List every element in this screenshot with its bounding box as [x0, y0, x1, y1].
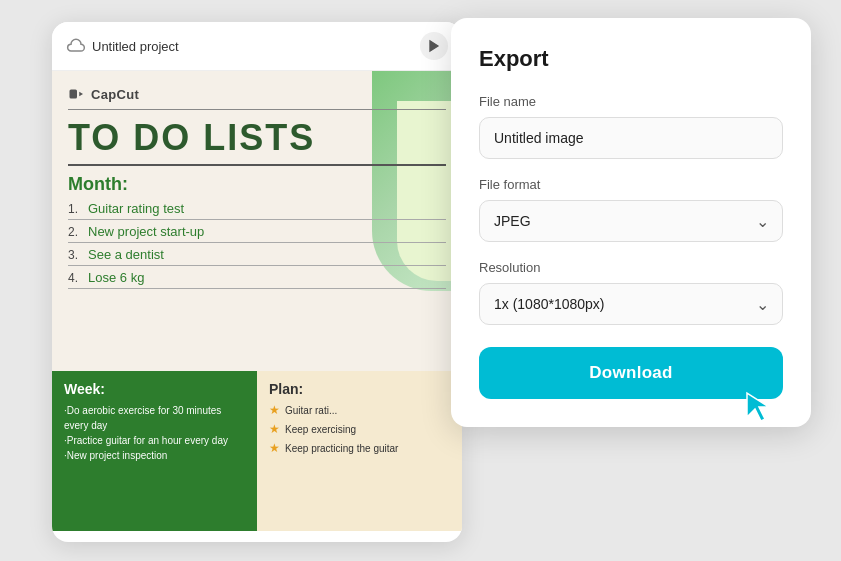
plan-panel-title: Plan: — [269, 381, 450, 397]
todo-num: 1. — [68, 202, 84, 216]
todo-title: TO DO LISTS — [68, 118, 446, 166]
plan-panel: Plan: ★ Guitar rati... ★ Keep exercising… — [257, 371, 462, 531]
week-panel: Week: ·Do aerobic exercise for 30 minute… — [52, 371, 257, 531]
file-name-label: File name — [479, 94, 783, 109]
week-item-1: ·Do aerobic exercise for 30 minutes ever… — [64, 403, 245, 433]
svg-marker-2 — [747, 393, 769, 421]
divider — [68, 109, 446, 110]
plan-item-text: Keep practicing the guitar — [285, 443, 398, 454]
file-format-wrapper: JPEG PNG WebP ⌄ — [479, 200, 783, 242]
cursor-arrow — [743, 389, 779, 429]
download-button[interactable]: Download — [479, 347, 783, 399]
capcut-logo-text: CapCut — [91, 87, 139, 102]
plan-item: ★ Keep exercising — [269, 422, 450, 436]
export-panel: Export File name File format JPEG PNG We… — [451, 18, 811, 427]
resolution-section: Resolution 1x (1080*1080px) 2x (2160*216… — [479, 260, 783, 325]
star-icon: ★ — [269, 403, 280, 417]
editor-card: Untitled project CapCut TO DO LISTS Mont… — [52, 22, 462, 542]
editor-top-bar: Untitled project — [52, 22, 462, 71]
list-item: 3. See a dentist — [68, 247, 446, 266]
bottom-panels: Week: ·Do aerobic exercise for 30 minute… — [52, 371, 462, 531]
star-icon: ★ — [269, 441, 280, 455]
week-item-3: ·New project inspection — [64, 448, 245, 463]
play-button[interactable] — [420, 32, 448, 60]
cloud-icon — [66, 36, 86, 56]
todo-item-text: New project start-up — [88, 224, 204, 239]
project-title: Untitled project — [92, 39, 179, 54]
todo-num: 2. — [68, 225, 84, 239]
export-title: Export — [479, 46, 783, 72]
file-format-label: File format — [479, 177, 783, 192]
resolution-select[interactable]: 1x (1080*1080px) 2x (2160*2160px) 0.5x (… — [479, 283, 783, 325]
resolution-wrapper: 1x (1080*1080px) 2x (2160*2160px) 0.5x (… — [479, 283, 783, 325]
list-item: 2. New project start-up — [68, 224, 446, 243]
plan-item-text: Guitar rati... — [285, 405, 337, 416]
canvas-area: CapCut TO DO LISTS Month: 1. Guitar rati… — [52, 71, 462, 531]
resolution-label: Resolution — [479, 260, 783, 275]
star-icon: ★ — [269, 422, 280, 436]
svg-rect-1 — [70, 90, 78, 99]
todo-item-text: Guitar rating test — [88, 201, 184, 216]
svg-marker-0 — [430, 41, 438, 52]
plan-item: ★ Keep practicing the guitar — [269, 441, 450, 455]
todo-num: 4. — [68, 271, 84, 285]
file-name-input[interactable] — [479, 117, 783, 159]
month-label: Month: — [68, 174, 446, 195]
week-panel-title: Week: — [64, 381, 245, 397]
file-format-select[interactable]: JPEG PNG WebP — [479, 200, 783, 242]
week-item-2: ·Practice guitar for an hour every day — [64, 433, 245, 448]
list-item: 1. Guitar rating test — [68, 201, 446, 220]
todo-list: 1. Guitar rating test 2. New project sta… — [68, 201, 446, 289]
list-item: 4. Lose 6 kg — [68, 270, 446, 289]
todo-item-text: Lose 6 kg — [88, 270, 144, 285]
plan-item: ★ Guitar rati... — [269, 403, 450, 417]
canvas-content: TO DO LISTS Month: 1. Guitar rating test… — [52, 109, 462, 309]
editor-top-left: Untitled project — [66, 36, 179, 56]
todo-num: 3. — [68, 248, 84, 262]
todo-item-text: See a dentist — [88, 247, 164, 262]
plan-item-text: Keep exercising — [285, 424, 356, 435]
